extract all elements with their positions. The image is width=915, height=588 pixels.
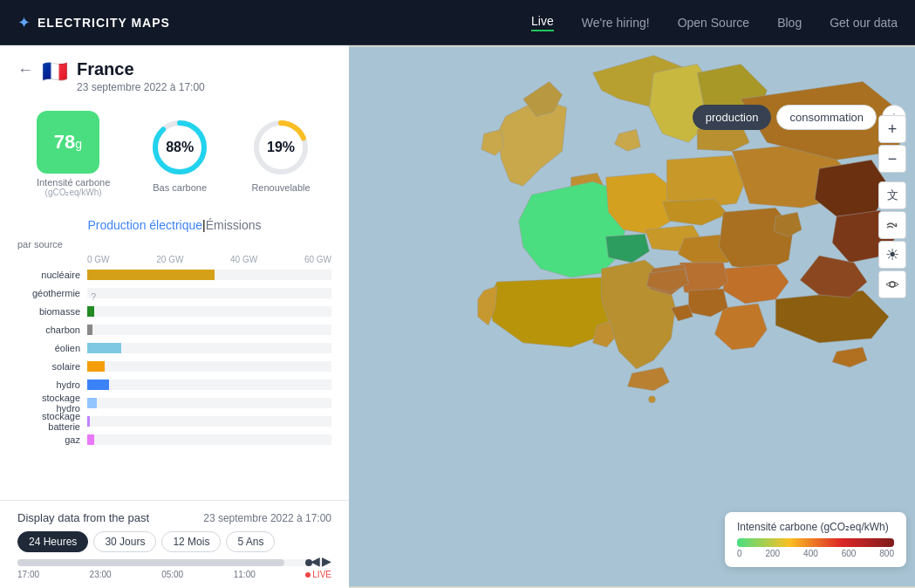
bar-label: géothermie: [17, 288, 87, 298]
low-carbon-label: Bas carbone: [148, 182, 211, 193]
live-label: LIVE: [305, 570, 331, 579]
country-name: France: [77, 59, 331, 79]
scale-3: 60 GW: [304, 255, 331, 264]
country-header: ← 🇫🇷 France 23 septembre 2022 à 17:00: [0, 45, 349, 102]
bar-fill: [87, 434, 94, 445]
carbon-sublabel: (gCO₂eq/kWh): [37, 188, 110, 197]
bar-row: stockage batterie: [17, 414, 331, 428]
legend-scale: 0 200 400 600 800: [737, 549, 894, 558]
chart-sublabel: par source: [17, 239, 331, 250]
bar-track: [87, 325, 331, 335]
time-btn-5a[interactable]: 5 Ans: [226, 531, 275, 552]
time-label-3: 11:00: [234, 570, 256, 579]
time-btn-24h[interactable]: 24 Heures: [17, 531, 88, 552]
stats-row: 78g Intensité carbone (gCO₂eq/kWh) 88% B…: [0, 102, 349, 211]
nav-opensource[interactable]: Open Source: [678, 16, 750, 30]
display-data-header: Display data from the past 23 septembre …: [17, 511, 331, 524]
header: ✦ ELECTRICITY MAPS Live We're hiring! Op…: [0, 0, 915, 45]
bar-fill: [87, 379, 109, 390]
bar-fill: [87, 306, 94, 317]
bar-label: nucléaire: [17, 270, 87, 280]
left-panel: ← 🇫🇷 France 23 septembre 2022 à 17:00 ‹ …: [0, 45, 349, 588]
time-buttons: 24 Heures 30 Jours 12 Mois 5 Ans: [17, 531, 331, 552]
country-info: France 23 septembre 2022 à 17:00: [77, 59, 331, 93]
legend-200: 200: [765, 549, 780, 558]
bar-row: gaz: [17, 433, 331, 447]
live-dot: [305, 572, 311, 578]
bar-row: charbon: [17, 323, 331, 337]
bar-row: stockage hydro: [17, 396, 331, 410]
bar-fill: [87, 398, 97, 408]
svg-point-5: [648, 396, 655, 403]
svg-point-6: [890, 282, 895, 287]
bar-label: gaz: [17, 434, 87, 445]
bar-row: nucléaire: [17, 268, 331, 282]
country-date: 23 septembre 2022 à 17:00: [77, 81, 331, 93]
bar-track: [87, 306, 331, 317]
timeline-right-arrow[interactable]: ▶: [322, 554, 331, 568]
bar-track: [87, 434, 331, 445]
live-text: LIVE: [312, 570, 331, 579]
bar-question: ?: [87, 291, 96, 302]
bar-fill: [87, 343, 121, 353]
time-btn-30j[interactable]: 30 Jours: [93, 531, 156, 552]
carbon-label: Intensité carbone: [37, 177, 110, 188]
bar-row: géothermie?: [17, 286, 331, 300]
low-carbon-stat: 88% Bas carbone: [148, 116, 211, 193]
bar-row: hydro: [17, 378, 331, 392]
bar-row: solaire: [17, 359, 331, 373]
translate-button[interactable]: 文: [878, 181, 906, 209]
nav-blog[interactable]: Blog: [777, 16, 802, 30]
zoom-in-button[interactable]: +: [878, 115, 906, 143]
toggle-production[interactable]: production: [693, 105, 772, 130]
nav-live[interactable]: Live: [531, 14, 554, 31]
scale-0: 0 GW: [87, 255, 110, 264]
eye-button[interactable]: [878, 270, 906, 298]
bar-label: biomasse: [17, 306, 87, 317]
carbon-value: 78g: [54, 131, 82, 154]
bar-fill: [87, 270, 215, 280]
timeline-track[interactable]: [17, 559, 331, 566]
bar-track: [87, 398, 331, 408]
flag-icon: 🇫🇷: [42, 59, 68, 84]
toggle-consommation[interactable]: consommation: [776, 105, 877, 130]
timeline-labels: 17:00 23:00 05:00 11:00 LIVE: [17, 570, 331, 579]
wind-button[interactable]: [878, 211, 906, 239]
bar-label: stockage batterie: [17, 411, 87, 432]
legend-400: 400: [803, 549, 818, 558]
timeline-wrapper: ◀ ▶: [17, 559, 331, 566]
renewable-value: 19%: [267, 140, 295, 155]
logo-icon: ✦: [17, 13, 31, 32]
section-prod: Production électrique: [88, 218, 203, 232]
timeline-left-arrow[interactable]: ◀: [311, 554, 320, 568]
renewable-stat: 19% Renouvelable: [249, 116, 312, 193]
renewable-label: Renouvelable: [249, 182, 312, 193]
section-title: Production électrique|Émissions: [0, 211, 349, 236]
bar-track: [87, 270, 331, 280]
toggle-area: production consommation i: [693, 105, 906, 130]
bar-track: ?: [87, 288, 331, 298]
scale-1: 20 GW: [156, 255, 183, 264]
bar-fill: [87, 416, 90, 427]
sun-button[interactable]: ☀: [878, 241, 906, 269]
bar-label: hydro: [17, 379, 87, 390]
zoom-out-button[interactable]: −: [878, 145, 906, 173]
logo: ✦ ELECTRICITY MAPS: [17, 13, 170, 32]
bar-label: éolien: [17, 343, 87, 353]
bar-label: solaire: [17, 361, 87, 372]
bar-track: [87, 379, 331, 390]
bar-row: biomasse: [17, 304, 331, 318]
carbon-stat: 78g Intensité carbone (gCO₂eq/kWh): [37, 111, 110, 197]
nav-getdata[interactable]: Get our data: [830, 16, 898, 30]
legend-600: 600: [842, 549, 857, 558]
time-label-0: 17:00: [17, 570, 39, 579]
chart-area: par source 0 GW 20 GW 40 GW 60 GW nucléa…: [0, 236, 349, 458]
time-btn-12m[interactable]: 12 Mois: [161, 531, 221, 552]
back-button[interactable]: ←: [17, 61, 33, 79]
map-controls: + − 文 ☀: [878, 115, 906, 298]
bar-fill: [87, 325, 92, 335]
nav-hiring[interactable]: We're hiring!: [582, 16, 650, 30]
legend-0: 0: [737, 549, 742, 558]
bar-track: [87, 343, 331, 353]
time-label-1: 23:00: [90, 570, 112, 579]
